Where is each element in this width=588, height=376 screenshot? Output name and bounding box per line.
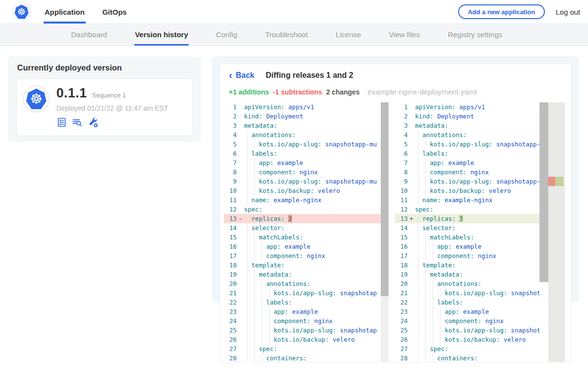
- line-number: 25: [395, 326, 408, 335]
- diff-marker: [408, 260, 415, 270]
- indent-guides: [244, 195, 251, 205]
- diff-change-marker: [548, 177, 564, 186]
- diff-line: 14selector:: [224, 223, 389, 233]
- indent-guides: [415, 149, 422, 158]
- wrench-gear-icon[interactable]: [88, 117, 98, 128]
- code-text: app: example: [244, 307, 389, 316]
- subnav-item-troubleshoot[interactable]: Troubleshoot: [265, 24, 308, 46]
- sub-nav: Dashboard Version history Config Trouble…: [0, 24, 588, 46]
- yaml-value: apps/v1: [288, 103, 314, 111]
- version-info: 0.1.1 Sequence 1 Deployed 01/21/22 @ 11:…: [56, 85, 168, 128]
- indent-guides: [244, 149, 251, 158]
- code-text: kind: Deployment: [244, 112, 389, 121]
- line-number: 1: [224, 102, 237, 112]
- yaml-key: component:: [273, 317, 310, 325]
- yaml-value: example: [463, 308, 489, 315]
- yaml-value: snapshotapp-mu: [496, 178, 539, 185]
- diff-line: 8component: nginx: [224, 167, 389, 177]
- diff-marker: [237, 121, 244, 130]
- diff-marker: [408, 242, 415, 251]
- indent-guides: [415, 130, 422, 140]
- diff-line: 14selector:: [395, 223, 539, 233]
- diff-marker: [408, 102, 415, 112]
- diff-rows-modified: 1apiVersion: apps/v12kind: Deployment3me…: [395, 102, 539, 362]
- code-text: metadata:: [415, 121, 539, 130]
- diff-line: 15matchLabels:: [224, 233, 389, 242]
- deployed-timestamp: Deployed 01/21/22 @ 11:47 am EST: [56, 104, 168, 112]
- yaml-key: containers:: [266, 354, 307, 362]
- subnav-item-license[interactable]: License: [336, 24, 361, 46]
- tab-application[interactable]: Application: [45, 0, 85, 24]
- kubernetes-wheel-icon: ☸: [15, 5, 29, 19]
- line-number: 20: [224, 279, 237, 288]
- code-text: spec:: [244, 205, 389, 214]
- yaml-value: velero: [318, 187, 340, 194]
- yaml-key: metadata:: [259, 271, 292, 278]
- indent-guides: [244, 186, 259, 195]
- code-text: kots.io/backup: velero: [244, 335, 389, 344]
- yaml-value: nginx: [478, 252, 496, 259]
- diff-pane-modified: 1apiVersion: apps/v12kind: Deployment3me…: [395, 102, 568, 362]
- logout-link[interactable]: Log out: [556, 8, 580, 16]
- code-text: annotations:: [415, 130, 539, 140]
- diff-line: 1apiVersion: apps/v1: [395, 102, 539, 112]
- yaml-key: annotations:: [266, 280, 310, 287]
- lines-search-icon[interactable]: [72, 117, 83, 128]
- diff-marker: [408, 279, 415, 288]
- diff-line: 27spec:: [395, 344, 539, 353]
- line-number: 11: [395, 195, 408, 205]
- subnav-label: Config: [216, 30, 237, 39]
- diff-line: 6labels:: [224, 149, 389, 158]
- checklist-icon[interactable]: [56, 117, 67, 128]
- additions-count: +1 additions: [229, 88, 269, 96]
- yaml-value: Deployment: [266, 113, 303, 120]
- yaml-key: kots.io/app-slug:: [273, 327, 336, 334]
- subnav-item-view-files[interactable]: View files: [389, 24, 420, 46]
- subnav-item-dashboard[interactable]: Dashboard: [71, 24, 107, 46]
- yaml-value: snapshotapp-mu: [325, 141, 377, 148]
- yaml-value: 2: [288, 215, 292, 222]
- line-number: 2: [395, 112, 408, 121]
- yaml-key: template:: [422, 261, 456, 269]
- line-number: 9: [395, 177, 408, 186]
- yaml-value: snapshotapp-mu: [325, 178, 377, 185]
- yaml-key: component:: [266, 252, 303, 259]
- subnav-item-config[interactable]: Config: [216, 24, 237, 46]
- code-text: spec:: [415, 344, 539, 353]
- diff-marker: [237, 251, 244, 260]
- line-number: 28: [395, 353, 408, 362]
- indent-guides: [415, 167, 430, 177]
- line-number: 24: [224, 316, 237, 326]
- indent-guides: [415, 158, 430, 167]
- subnav-item-version-history[interactable]: Version history: [135, 24, 188, 46]
- diff-marker: +: [408, 214, 415, 223]
- diff-card: ‹ Back Diffing releases 1 and 2 +1 addit…: [220, 64, 571, 362]
- diff-overview-ruler: [548, 102, 565, 362]
- add-application-button[interactable]: Add a new application: [458, 4, 545, 19]
- diff-marker: [408, 316, 415, 326]
- indent-guides: [415, 326, 444, 335]
- yaml-key: kots.io/backup:: [430, 187, 485, 194]
- scrollbar-thumb[interactable]: [539, 102, 548, 282]
- diff-line: 24component: nginx: [224, 316, 389, 326]
- deployed-panel-title: Currently deployed version: [17, 63, 193, 72]
- diff-marker: [237, 140, 244, 149]
- diff-line: 12spec:: [224, 205, 389, 214]
- scrollbar-thumb[interactable]: [381, 102, 389, 296]
- indent-guides: [244, 270, 259, 279]
- code-text: app: example: [415, 307, 539, 316]
- diff-marker: [237, 260, 244, 270]
- diff-filename: example-nginx-deployment.yaml: [368, 88, 477, 96]
- tab-gitops-label: GitOps: [102, 8, 127, 16]
- subtractions-count: -1 subtractions: [273, 88, 322, 96]
- yaml-value: snapshotapp-mu: [496, 141, 539, 148]
- line-number: 16: [395, 242, 408, 251]
- line-number: 5: [224, 140, 237, 149]
- back-link[interactable]: ‹ Back: [229, 70, 254, 80]
- indent-guides: [415, 307, 444, 316]
- yaml-key: kots.io/app-slug:: [259, 141, 321, 148]
- subnav-item-registry-settings[interactable]: Registry settings: [448, 24, 502, 46]
- code-text: kots.io/app-slug: snapshotap: [244, 288, 389, 298]
- code-text: spec:: [244, 344, 389, 353]
- tab-gitops[interactable]: GitOps: [102, 0, 127, 24]
